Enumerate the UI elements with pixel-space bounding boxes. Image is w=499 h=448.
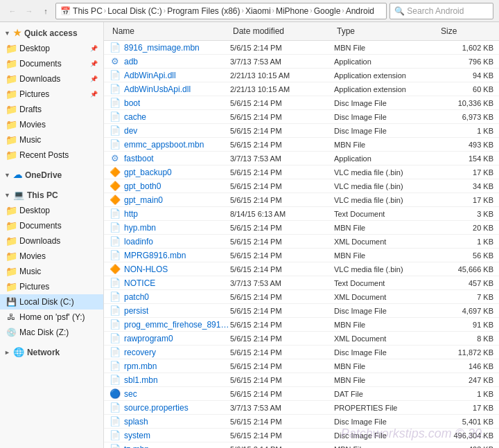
table-row[interactable]: 📄 rawprogram0 5/6/15 2:14 PM XML Documen… <box>104 332 499 346</box>
file-type: Application extension <box>334 85 438 93</box>
sidebar-item-drafts-quick[interactable]: 📁 Drafts <box>0 102 103 117</box>
table-row[interactable]: 📄 hyp.mbn 5/6/15 2:14 PM MBN File 20 KB <box>104 221 499 235</box>
table-row[interactable]: 📄 http 8/14/15 6:13 AM Text Document 3 K… <box>104 207 499 221</box>
folder-icon: 📁 <box>6 119 17 130</box>
table-row[interactable]: ⚙ adb 3/7/13 7:53 AM Application 796 KB <box>104 55 499 69</box>
forward-button[interactable]: → <box>22 4 36 18</box>
sidebar-item-recentposts-quick[interactable]: 📁 Recent Posts <box>0 147 103 163</box>
sidebar-item-movies-quick[interactable]: 📁 Movies <box>0 117 103 132</box>
quick-access-label: Quick access <box>24 28 78 38</box>
breadcrumb-android: Android <box>346 6 374 16</box>
sidebar-item-label: Music <box>19 135 98 145</box>
file-type: VLC media file (.bin) <box>334 196 438 204</box>
table-row[interactable]: ⚙ fastboot 3/7/13 7:53 AM Application 15… <box>104 152 499 165</box>
table-row[interactable]: 📄 8916_msimage.mbn 5/6/15 2:14 PM MBN Fi… <box>104 41 499 55</box>
file-list-container: Name Date modified Type Size 📄 8916_msim… <box>104 22 499 448</box>
table-row[interactable]: 📄 emmc_appsboot.mbn 5/6/15 2:14 PM MBN F… <box>104 138 499 152</box>
mbn-file-icon: 📄 <box>110 361 121 372</box>
file-name-label: patch0 <box>124 292 149 302</box>
table-row[interactable]: 📄 MPRG8916.mbn 5/6/15 2:14 PM MBN File 5… <box>104 249 499 262</box>
table-row[interactable]: 📄 system 5/6/15 2:14 PM Disc Image File … <box>104 429 499 442</box>
sidebar-item-movies-pc[interactable]: 📁 Movies <box>0 249 103 264</box>
file-size: 1,602 KB <box>438 44 493 52</box>
sidebar-item-pictures-pc[interactable]: 📁 Pictures <box>0 279 103 294</box>
table-row[interactable]: 🔵 sec 5/6/15 2:14 PM DAT File 1 KB <box>104 387 499 401</box>
file-name-label: system <box>124 431 150 440</box>
quick-access-header[interactable]: ▼ ★ Quick access <box>0 25 103 41</box>
sidebar-item-documents-pc[interactable]: 📁 Documents <box>0 218 103 233</box>
table-row[interactable]: 📄 sbl1.mbn 5/6/15 2:14 PM MBN File 247 K… <box>104 373 499 387</box>
app-file-icon: ⚙ <box>110 153 121 164</box>
table-row[interactable]: 🔶 gpt_backup0 5/6/15 2:14 PM VLC media f… <box>104 165 499 179</box>
table-row[interactable]: 📄 source.properties 3/7/13 7:53 AM PROPE… <box>104 401 499 415</box>
table-row[interactable]: 📄 cache 5/6/15 2:14 PM Disc Image File 6… <box>104 110 499 124</box>
disc-file-icon: 📄 <box>110 305 121 316</box>
file-name-label: gpt_both0 <box>124 181 161 191</box>
sidebar-item-pictures-quick[interactable]: 📁 Pictures 📌 <box>0 87 103 102</box>
table-row[interactable]: 📄 loadinfo 5/6/15 2:14 PM XML Document 1… <box>104 235 499 249</box>
sidebar-item-documents-quick[interactable]: 📁 Documents 📌 <box>0 56 103 71</box>
table-row[interactable]: 🔶 gpt_both0 5/6/15 2:14 PM VLC media fil… <box>104 179 499 193</box>
drive-icon: 💾 <box>6 296 17 307</box>
file-date: 5/6/15 2:14 PM <box>230 418 334 426</box>
xml-file-icon: 📄 <box>110 236 121 247</box>
props-file-icon: 📄 <box>110 402 121 413</box>
table-row[interactable]: 📄 tz.mbn 5/6/15 2:14 PM MBN File 403 KB <box>104 442 499 448</box>
file-name-label: loadinfo <box>124 237 153 247</box>
disc-file-icon: 📄 <box>110 347 121 358</box>
search-box[interactable]: 🔍 Search Android <box>389 3 493 19</box>
sidebar-item-desktop-pc[interactable]: 📁 Desktop <box>0 203 103 218</box>
table-row[interactable]: 📄 NOTICE 3/7/13 7:53 AM Text Document 45… <box>104 276 499 290</box>
sidebar-item-downloads-pc[interactable]: 📁 Downloads <box>0 233 103 249</box>
table-row[interactable]: 🔶 gpt_main0 5/6/15 2:14 PM VLC media fil… <box>104 193 499 207</box>
back-button[interactable]: ← <box>6 4 19 18</box>
table-row[interactable]: 📄 AdbWinUsbApi.dll 2/21/13 10:15 AM Appl… <box>104 82 499 96</box>
file-type: Text Document <box>334 210 438 218</box>
sidebar-item-downloads-quick[interactable]: 📁 Downloads 📌 <box>0 71 103 87</box>
file-date: 5/6/15 2:14 PM <box>230 334 334 343</box>
file-type: VLC media file (.bin) <box>334 182 438 190</box>
search-placeholder: Search Android <box>407 6 464 16</box>
file-name-label: gpt_backup0 <box>124 168 172 177</box>
table-row[interactable]: 📄 rpm.mbn 5/6/15 2:14 PM MBN File 146 KB <box>104 359 499 373</box>
file-date: 5/6/15 2:14 PM <box>230 321 334 329</box>
breadcrumb-programfiles: Program Files (x86) <box>167 6 240 16</box>
table-row[interactable]: 🔶 NON-HLOS 5/6/15 2:14 PM VLC media file… <box>104 262 499 276</box>
onedrive-header[interactable]: ▼ ☁ OneDrive <box>0 167 103 183</box>
file-name-label: MPRG8916.mbn <box>124 251 186 260</box>
sidebar-item-localdisk[interactable]: 💾 Local Disk (C:) <box>0 294 103 310</box>
sidebar-item-label: Desktop <box>19 206 98 215</box>
table-row[interactable]: 📄 prog_emmc_firehose_8916.mbn 5/6/15 2:1… <box>104 318 499 332</box>
sidebar-item-home-y[interactable]: 🖧 Home on 'psf' (Y:) <box>0 310 103 325</box>
network-header[interactable]: ► 🌐 Network <box>0 344 103 360</box>
table-row[interactable]: 📄 patch0 5/6/15 2:14 PM XML Document 7 K… <box>104 290 499 304</box>
file-type: MBN File <box>334 224 438 232</box>
col-size[interactable]: Size <box>438 25 493 37</box>
pin-icon: 📌 <box>90 75 98 82</box>
sidebar-item-label: Movies <box>19 120 98 129</box>
col-type[interactable]: Type <box>334 25 438 37</box>
file-type: Disc Image File <box>334 418 438 426</box>
sidebar-item-music-pc[interactable]: 📁 Music <box>0 264 103 279</box>
disc-file-icon: 📄 <box>110 125 121 136</box>
table-row[interactable]: 📄 persist 5/6/15 2:14 PM Disc Image File… <box>104 304 499 318</box>
sidebar-item-macdisk-z[interactable]: 💿 Mac Disk (Z:) <box>0 325 103 340</box>
file-size: 3 KB <box>438 210 493 218</box>
table-row[interactable]: 📄 dev 5/6/15 2:14 PM Disc Image File 1 K… <box>104 124 499 138</box>
table-row[interactable]: 📄 recovery 5/6/15 2:14 PM Disc Image Fil… <box>104 346 499 359</box>
file-name-label: sbl1.mbn <box>124 375 158 385</box>
col-name[interactable]: Name <box>110 25 230 37</box>
table-row[interactable]: 📄 splash 5/6/15 2:14 PM Disc Image File … <box>104 415 499 429</box>
table-row[interactable]: 📄 AdbWinApi.dll 2/21/13 10:15 AM Applica… <box>104 69 499 82</box>
folder-icon: 📁 <box>6 266 17 277</box>
file-size: 247 KB <box>438 376 493 384</box>
sidebar-item-label: Documents <box>19 221 98 231</box>
thispc-header[interactable]: ▼ 💻 This PC <box>0 187 103 203</box>
sidebar-item-music-quick[interactable]: 📁 Music <box>0 132 103 147</box>
up-button[interactable]: ↑ <box>39 4 53 18</box>
table-row[interactable]: 📄 boot 5/6/15 2:14 PM Disc Image File 10… <box>104 96 499 110</box>
sidebar-item-desktop-quick[interactable]: 📁 Desktop 📌 <box>0 41 103 56</box>
breadcrumb[interactable]: 📅 This PC › Local Disk (C:) › Program Fi… <box>55 3 387 19</box>
col-date[interactable]: Date modified <box>230 25 334 37</box>
file-type: Disc Image File <box>334 113 438 121</box>
